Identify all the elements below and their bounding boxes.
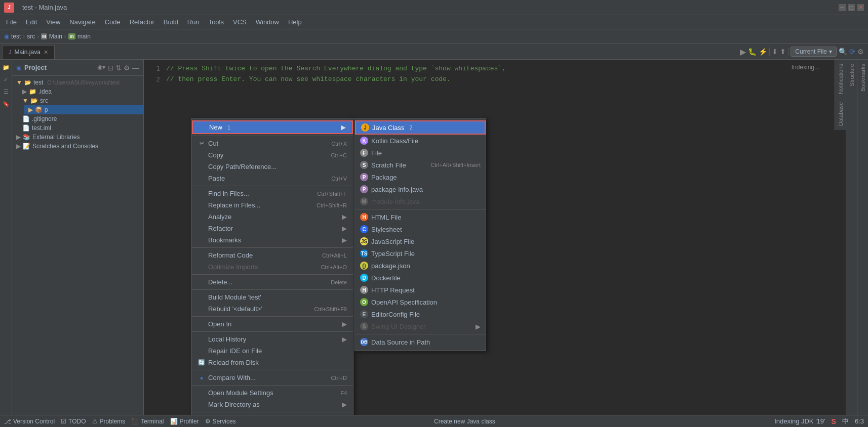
context-menu-label-analyze: Analyze [208,213,231,221]
settings-icon[interactable]: ⚙ [124,64,130,72]
submenu-item-package-info[interactable]: P package-info.java [355,183,486,195]
submenu-item-editorconfig[interactable]: E EditorConfig File [355,308,486,320]
menu-refactor[interactable]: Refactor [126,16,159,28]
tab-main-java[interactable]: J Main.java ✕ [2,45,55,59]
sidebar-icon-project[interactable]: 📁 [1,62,12,73]
database-label[interactable]: Database [837,98,845,130]
menu-navigate[interactable]: Navigate [65,16,99,28]
search-everywhere-button[interactable]: 🔍 [839,48,847,56]
context-menu-item-build-module[interactable]: Build Module 'test' [192,291,353,303]
maximize-button[interactable]: □ [848,4,855,11]
breadcrumb-src[interactable]: src [27,33,35,40]
status-terminal[interactable]: ⬛ Terminal [131,418,164,425]
tree-item-external[interactable]: ▶ 📚 External Libraries [12,133,143,142]
menu-file[interactable]: File [2,16,21,28]
notifications-label[interactable]: Notifications [837,60,845,98]
menu-tools[interactable]: Tools [205,16,228,28]
git-push-button[interactable]: ⬆ [780,48,786,56]
scope-selector[interactable]: ◉▾ [97,64,105,72]
context-menu-item-local-history[interactable]: Local History ▶ [192,333,353,345]
status-version-control[interactable]: ⎇ Version Control [4,418,55,425]
submenu-item-package-json[interactable]: {} package.json [355,260,486,272]
context-menu-item-refactor[interactable]: Refactor ▶ [192,223,353,234]
status-profiler[interactable]: 📊 Profiler [170,418,199,425]
context-menu-item-open-in[interactable]: Open In ▶ [192,318,353,330]
context-menu-item-rebuild[interactable]: Rebuild '<default>' Ctrl+Shift+F9 [192,303,353,315]
context-menu-label-optimize: Optimize Imports [208,263,258,271]
submenu-item-file[interactable]: F File [355,147,486,159]
menu-build[interactable]: Build [160,16,182,28]
sidebar-icon-bookmarks[interactable]: 🔖 [1,98,12,109]
sidebar-icon-structure[interactable]: ☰ [1,86,12,97]
tree-item-test[interactable]: ▼ 📂 test C:\Users\ASUS\myworks\test [12,78,143,87]
status-todo[interactable]: ☑ TODO [61,418,86,425]
context-menu-item-copy[interactable]: Copy Ctrl+C [192,149,353,161]
context-menu-item-new[interactable]: New 1 ▶ [192,120,353,134]
breadcrumb-test[interactable]: test [11,33,21,40]
tree-item-idea[interactable]: ▶ 📁 .idea [18,87,143,96]
tree-item-src[interactable]: ▼ 📂 src [18,96,143,105]
submenu-item-typescript[interactable]: TS TypeScript File [355,247,486,260]
context-menu-item-open-module[interactable]: Open Module Settings F4 [192,387,353,399]
breadcrumb-main-method[interactable]: main [77,33,91,40]
submenu-item-openapi[interactable]: O OpenAPI Specification [355,296,486,308]
submenu-item-java-class[interactable]: J Java Class 2 [355,120,486,135]
context-menu-item-analyze[interactable]: Analyze ▶ [192,211,353,223]
context-menu-item-copy-path[interactable]: Copy Path/Reference... [192,161,353,173]
menu-code[interactable]: Code [101,16,125,28]
tree-item-scratches[interactable]: ▶ 📝 Scratches and Consoles [12,142,143,151]
context-menu-item-delete[interactable]: Delete... Delete [192,276,353,288]
submenu-item-javascript[interactable]: JS JavaScript File [355,235,486,247]
menu-help[interactable]: Help [284,16,306,28]
close-button[interactable]: ✕ [857,4,864,11]
submenu-item-dockerfile[interactable]: D Dockerfile [355,272,486,284]
submenu-item-datasource[interactable]: DB Data Source in Path [355,336,486,348]
sidebar-icon-commit[interactable]: ✓ [1,74,12,85]
context-menu-item-reload[interactable]: 🔄 Reload from Disk [192,357,353,368]
tree-item-package[interactable]: ▶ 📦 p [24,105,143,114]
coverage-button[interactable]: ⚡ [759,48,767,56]
context-menu-item-reformat[interactable]: Reformat Code Ctrl+Alt+L [192,249,353,261]
menu-run[interactable]: Run [183,16,204,28]
debug-button[interactable]: 🐛 [748,48,757,56]
minimize-button[interactable]: ─ [839,4,846,11]
submenu-item-stylesheet[interactable]: C Stylesheet [355,223,486,235]
submenu-item-scratch[interactable]: S Scratch File Ctrl+Alt+Shift+Insert [355,159,486,171]
settings-button[interactable]: ⚙ [857,48,864,56]
breadcrumb-main[interactable]: Main [49,33,62,40]
submenu-item-html[interactable]: H HTML File [355,211,486,223]
tree-item-gitignore[interactable]: 📄 .gitignore [18,114,143,123]
menu-view[interactable]: View [42,16,64,28]
tab-close-button[interactable]: ✕ [44,49,48,56]
context-menu-item-compare[interactable]: ● Compare With... Ctrl+D [192,372,353,383]
bookmarks-label[interactable]: Bookmarks [859,60,867,96]
status-services[interactable]: ⚙ Services [205,418,236,425]
collapse-all-button[interactable]: ⊟ [107,64,113,72]
menu-window[interactable]: Window [252,16,283,28]
git-update-button[interactable]: ⬇ [772,48,778,56]
submenu-item-kotlin[interactable]: K Kotlin Class/File [355,135,486,147]
context-menu-item-find[interactable]: Find in Files... Ctrl+Shift+F [192,188,353,199]
structure-label[interactable]: Structure [848,60,856,91]
update-button[interactable]: ⟳ [849,48,855,56]
editor-area[interactable]: 1 2 // Press Shift twice to open the Sea… [144,60,835,415]
context-menu-item-bookmarks[interactable]: Bookmarks ▶ [192,234,353,246]
status-problems[interactable]: ⚠ Problems [92,418,126,425]
menu-edit[interactable]: Edit [22,16,41,28]
context-menu-item-repair-ide[interactable]: Repair IDE on File [192,345,353,357]
context-menu-item-paste[interactable]: Paste Ctrl+V [192,173,353,184]
context-menu-label-paste: Paste [208,175,225,182]
context-menu-item-replace[interactable]: Replace in Files... Ctrl+Shift+R [192,199,353,211]
sort-button[interactable]: ⇅ [115,64,122,72]
sep6 [192,316,353,317]
run-button[interactable]: ▶ [740,47,746,57]
context-menu-item-mark-dir[interactable]: Mark Directory as ▶ [192,399,353,410]
context-menu-item-cut[interactable]: ✂ Cut Ctrl+X [192,138,353,149]
tree-item-iml[interactable]: 📄 test.iml [18,123,143,133]
current-file-selector[interactable]: Current File ▾ [791,47,837,57]
close-panel-button[interactable]: — [132,64,139,72]
context-menu-item-diagrams[interactable]: Diagrams ▶ [192,414,353,415]
submenu-item-package[interactable]: P Package [355,171,486,183]
submenu-item-http[interactable]: H HTTP Request [355,284,486,296]
menu-vcs[interactable]: VCS [229,16,251,28]
